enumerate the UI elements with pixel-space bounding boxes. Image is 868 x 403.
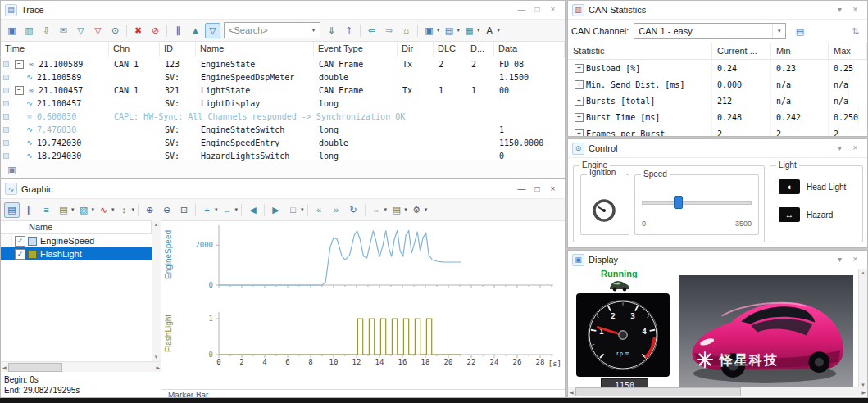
dropdown-arrow-icon[interactable]: ▾ — [404, 206, 407, 213]
filter-off-icon[interactable]: ⊘ — [148, 23, 163, 38]
stats-column-min[interactable]: Min — [771, 43, 829, 59]
dropdown-arrow-icon[interactable]: ▾ — [132, 206, 135, 213]
dropdown-arrow-icon[interactable]: ▾ — [477, 27, 480, 34]
new-window-icon[interactable]: ▣ — [4, 23, 20, 38]
collapse-icon[interactable]: − — [15, 86, 24, 95]
dropdown-arrow-icon[interactable]: ▾ — [425, 206, 428, 213]
fit-x-icon[interactable]: « — [311, 202, 327, 218]
expand-icon[interactable]: + — [575, 113, 584, 122]
logging-icon[interactable]: ✉ — [56, 23, 71, 38]
font-size-icon[interactable]: A — [482, 23, 498, 38]
settings-icon[interactable]: ⚙ — [409, 202, 425, 218]
column-header-data[interactable]: Data — [494, 42, 565, 57]
close-button[interactable]: × — [545, 183, 561, 196]
search-down-icon[interactable]: ⇓ — [324, 23, 339, 38]
maximize-button[interactable]: □ — [529, 183, 545, 196]
scroll-right-icon[interactable]: ▶ — [860, 389, 867, 395]
signal-checkbox[interactable]: ✓ — [15, 236, 25, 247]
speed-slider-thumb[interactable] — [674, 196, 683, 209]
y-axis-scale-icon[interactable]: ↕ — [116, 202, 132, 218]
signal-color-box[interactable] — [28, 250, 37, 259]
display-titlebar[interactable]: ▣ Display ▾ × — [568, 251, 867, 269]
trace-row[interactable]: ✉0.600030CAPL: HW-Sync: All Channels res… — [1, 110, 565, 123]
scroll-right-icon[interactable]: ▶ — [154, 365, 161, 370]
taskbar[interactable] — [0, 398, 868, 403]
measure-cursor-icon[interactable]: + — [199, 202, 215, 218]
stats-column-name[interactable]: Statistic — [568, 43, 712, 59]
expand-icon[interactable]: + — [575, 97, 584, 106]
goto-time-icon[interactable]: ⌂ — [398, 23, 414, 38]
legend-vertical-scrollbar[interactable]: ▲ ▼ — [152, 220, 161, 361]
can-channel-select[interactable]: CAN 1 - easy ▾ — [634, 23, 786, 39]
window-menu-button[interactable]: ▾ — [832, 3, 848, 16]
close-button[interactable]: × — [848, 3, 863, 16]
filter-active-icon[interactable]: ▽ — [205, 23, 220, 38]
expand-icon[interactable]: + — [575, 64, 584, 73]
signal-plot[interactable]: 0246810121416182022242628[s]0200010Engin… — [161, 220, 565, 389]
scroll-thumb[interactable] — [8, 363, 62, 372]
export-view-icon[interactable]: ▤ — [442, 23, 457, 38]
column-header-evt[interactable]: Event Type — [314, 42, 398, 57]
dropdown-arrow-icon[interactable]: ▾ — [457, 27, 461, 34]
close-button[interactable]: × — [545, 3, 561, 16]
dropdown-arrow-icon[interactable]: ▾ — [384, 206, 388, 213]
combo-dropdown-icon[interactable]: ▾ — [307, 23, 320, 38]
display-options-icon[interactable]: ▦ — [461, 23, 477, 38]
dropdown-arrow-icon[interactable]: ▾ — [71, 206, 75, 213]
legend-row[interactable]: ✓EngineSpeed — [1, 234, 152, 247]
refresh-icon[interactable]: ↻ — [346, 202, 361, 218]
prev-event-icon[interactable]: ⇐ — [364, 23, 379, 38]
collapse-icon[interactable]: − — [15, 60, 24, 69]
pin-columns-icon[interactable]: ⇅ — [848, 24, 863, 39]
slider-track[interactable] — [642, 201, 752, 205]
trace-row[interactable]: ∿21.100457SV:LightDisplaylong — [1, 97, 565, 110]
control-titlebar[interactable]: ⊙ Control ▾ × — [568, 139, 867, 158]
signal-color-box[interactable] — [28, 237, 37, 246]
filter-stop-icon[interactable]: ▽ — [90, 23, 106, 38]
expand-icon[interactable]: + — [575, 80, 584, 89]
close-button[interactable]: × — [848, 253, 863, 266]
curve-style-icon[interactable]: ∿ — [96, 202, 111, 218]
scroll-up-icon[interactable]: ▲ — [861, 270, 866, 275]
column-header-dlc[interactable]: DLC — [434, 42, 466, 57]
speed-slider[interactable] — [642, 195, 752, 208]
legend-horizontal-scrollbar[interactable]: ◀ ▶ — [1, 361, 161, 372]
minimize-button[interactable]: — — [514, 3, 529, 16]
zoom-out-icon[interactable]: ⊖ — [159, 202, 175, 218]
export-data-icon[interactable]: ▤ — [389, 202, 404, 218]
stacked-axes-icon[interactable]: ▤ — [56, 202, 71, 218]
scroll-thumb[interactable] — [575, 387, 741, 396]
window-menu-button[interactable]: ▾ — [832, 142, 848, 155]
stats-row[interactable]: +Frames per Burst222 — [568, 125, 867, 137]
copy-icon[interactable]: ▣ — [421, 23, 437, 38]
head-light-button[interactable]: ◖ Head Light — [779, 179, 846, 194]
filter-pass-icon[interactable]: ▽ — [73, 23, 89, 38]
fit-y-icon[interactable]: » — [329, 202, 344, 218]
column-header-id[interactable]: ID — [160, 42, 196, 57]
scroll-up-icon[interactable]: ▲ — [152, 222, 161, 227]
signal-checkbox[interactable]: ✓ — [15, 249, 25, 260]
close-button[interactable]: × — [848, 142, 863, 155]
step-forward-icon[interactable]: ▶ — [268, 202, 284, 218]
next-event-icon[interactable]: ⇒ — [381, 23, 397, 38]
column-header-name[interactable]: Name — [196, 42, 314, 57]
pause-icon[interactable]: ∥ — [170, 23, 186, 38]
minimize-button[interactable]: — — [514, 183, 529, 196]
dropdown-arrow-icon[interactable]: ▾ — [235, 206, 239, 213]
diff-cursor-icon[interactable]: ↔ — [220, 202, 235, 218]
hazard-button[interactable]: ↔ Hazard — [779, 207, 833, 222]
trace-titlebar[interactable]: ▤ Trace — □ × — [1, 1, 565, 20]
dropdown-arrow-icon[interactable]: ▾ — [92, 206, 95, 213]
column-header-d[interactable]: D... — [466, 42, 494, 57]
scroll-down-icon[interactable]: ▼ — [152, 355, 161, 360]
stats-column-cur[interactable]: Current ... — [712, 43, 771, 59]
maximize-button[interactable]: □ — [529, 3, 545, 16]
combo-dropdown-icon[interactable]: ▾ — [772, 24, 785, 38]
ignition-switch[interactable] — [592, 198, 616, 224]
display-horizontal-scrollbar[interactable]: ◀ ▶ — [568, 387, 867, 396]
zoom-box-icon[interactable]: ⊡ — [176, 202, 192, 218]
scroll-left-icon[interactable]: ◀ — [1, 365, 8, 370]
trigger-icon[interactable]: ▲ — [188, 23, 203, 38]
column-header-chn[interactable]: Chn — [109, 42, 160, 57]
stats-column-max[interactable]: Max — [829, 43, 867, 59]
